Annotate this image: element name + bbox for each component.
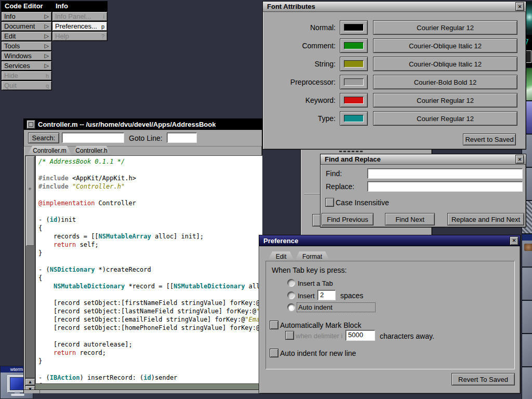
main-menu-items: Info▷Document▷Edit▷Tools▷Windows▷Service… — [2, 12, 51, 90]
font-select-button-normal[interactable]: Courier Regular 12 — [373, 20, 517, 35]
spaces-count-field[interactable]: 2 — [317, 290, 336, 300]
replace-label: Replace: — [326, 182, 354, 191]
code-line: records = [[NSMutableArray alloc] init]; — [38, 232, 262, 241]
menu-item-info[interactable]: Info▷ — [2, 12, 51, 21]
color-swatch — [344, 42, 364, 49]
menu-item-label: Quit — [4, 82, 17, 89]
menu-item-label: Edit — [4, 32, 16, 40]
code-line: [record setObject:[homePhoneField string… — [38, 324, 262, 332]
dock-tile-app[interactable] — [522, 234, 532, 267]
dock-tile-gray[interactable] — [522, 367, 532, 399]
submenu-arrow-icon: ▷ — [45, 43, 49, 49]
replace-and-find-next-button[interactable]: Replace and Find Next — [447, 213, 524, 225]
main-menu-title: Code Editor — [2, 2, 51, 11]
tab-controller-m[interactable]: Controller.m — [28, 146, 72, 155]
scroll-up-button[interactable]: ▲ — [25, 378, 35, 385]
vertical-scrollbar[interactable] — [25, 155, 35, 378]
code-area[interactable]: /* AddressBook 0.1.1 */#include <AppKit/… — [35, 155, 262, 384]
search-input[interactable] — [62, 132, 124, 143]
goto-line-input[interactable] — [167, 132, 197, 143]
when-delimiter-checkbox[interactable] — [285, 331, 294, 340]
code-line: return self; — [38, 241, 262, 249]
font-attr-label: Type: — [263, 111, 336, 126]
preference-titlebar[interactable]: Preference ✕ — [259, 235, 520, 246]
dock-tile-gray[interactable] — [522, 334, 532, 367]
find-replace-window: Find and Replace ✕ Find: Replace: Case I… — [320, 154, 526, 228]
menu-item-label: Hide — [4, 72, 18, 79]
code-line: /* AddressBook 0.1.1 */ — [38, 157, 262, 166]
close-icon[interactable]: ✕ — [515, 2, 524, 11]
font-select-button-string[interactable]: Courier-Oblique Italic 12 — [373, 57, 517, 71]
color-swatch-button-string[interactable] — [340, 57, 368, 71]
font-attr-row: Preprocessor:Courier-Bold Bold 12 — [263, 75, 526, 89]
dock-tile-gray[interactable] — [522, 300, 532, 334]
font-attributes-titlebar[interactable]: Font Attributes ✕ — [263, 2, 526, 12]
menu-item-quit[interactable]: Quitq — [2, 81, 51, 90]
miniaturize-button[interactable] — [26, 120, 35, 129]
menu-item-help[interactable]: Help? — [52, 32, 107, 41]
tab-key-heading: When Tab key is press: — [272, 266, 347, 274]
menu-item-windows[interactable]: Windows▷ — [2, 51, 51, 60]
menu-item-hide[interactable]: Hideh — [2, 71, 51, 80]
find-replace-titlebar[interactable]: Find and Replace ✕ — [321, 154, 526, 165]
editor-window: Controller.m -- /usr/home/dvu/devel/Apps… — [23, 118, 262, 393]
find-previous-button[interactable]: Find Previous — [322, 213, 374, 225]
find-input[interactable] — [367, 168, 523, 179]
menu-accelerator: i — [103, 14, 104, 20]
tab-controller-h[interactable]: Controller.h — [72, 146, 111, 155]
submenu-items: Info Panel...iPreferences...pHelp? — [52, 12, 107, 41]
find-next-button[interactable]: Find Next — [385, 213, 435, 225]
menu-item-label: Help — [55, 32, 69, 40]
menu-item-preferences[interactable]: Preferences...p — [52, 22, 107, 31]
tab-format[interactable]: Format — [295, 251, 330, 261]
font-select-button-comment[interactable]: Courier-Oblique Italic 12 — [373, 38, 517, 53]
submenu-arrow-icon: ▷ — [45, 33, 49, 39]
font-select-button-type[interactable]: Courier Regular 12 — [373, 111, 517, 126]
resize-handle-left[interactable] — [24, 390, 40, 393]
window-resize-bar[interactable] — [24, 390, 262, 393]
color-swatch — [344, 115, 364, 122]
color-swatch — [344, 60, 364, 68]
color-swatch-button-normal[interactable] — [340, 20, 368, 35]
radio-insert-spaces[interactable] — [287, 291, 295, 299]
case-insensitive-checkbox[interactable] — [325, 198, 334, 207]
menu-item-info-panel[interactable]: Info Panel...i — [52, 12, 107, 21]
menu-item-services[interactable]: Services▷ — [2, 61, 51, 70]
search-button[interactable]: Search: — [28, 132, 59, 143]
close-icon[interactable]: ✕ — [515, 155, 524, 164]
color-swatch-button-keyword[interactable] — [340, 93, 368, 108]
auto-mark-block-checkbox[interactable] — [270, 321, 278, 329]
revert-to-saved-button[interactable]: Revert to Saved — [463, 134, 516, 145]
scrollbar-thumb[interactable] — [26, 156, 34, 246]
replace-input[interactable] — [367, 181, 523, 192]
font-attr-row: Type:Courier Regular 12 — [263, 111, 526, 126]
find-label: Find: — [326, 169, 342, 178]
font-attributes-title: Font Attributes — [264, 3, 315, 10]
font-attr-label: Normal: — [263, 20, 336, 35]
code-line: - (id)init — [38, 216, 262, 224]
font-select-button-preprocessor[interactable]: Courier-Bold Bold 12 — [373, 75, 517, 89]
menu-item-document[interactable]: Document▷ — [2, 22, 51, 31]
code-line: { — [38, 224, 262, 232]
radio-insert-a-tab[interactable] — [287, 279, 295, 287]
when-delimiter-label: when delimiter i — [296, 332, 342, 340]
code-line — [38, 290, 262, 299]
code-line — [38, 166, 262, 174]
radio-auto-indent[interactable] — [287, 303, 295, 311]
revert-to-saved-button[interactable]: Revert To Saved — [451, 373, 515, 385]
menu-item-label: Info — [4, 12, 16, 20]
editor-titlebar[interactable]: Controller.m -- /usr/home/dvu/devel/Apps… — [24, 119, 262, 130]
dock-tile-gray[interactable] — [522, 267, 532, 300]
font-select-button-keyword[interactable]: Courier Regular 12 — [373, 93, 517, 108]
menu-item-tools[interactable]: Tools▷ — [2, 42, 51, 50]
goto-line-label: Goto Line: — [129, 134, 163, 142]
tab-edit[interactable]: Edit — [268, 251, 295, 261]
delimiter-count-field[interactable]: 5000 — [345, 330, 375, 341]
color-swatch-button-type[interactable] — [340, 111, 368, 126]
close-icon[interactable]: ✕ — [510, 236, 518, 245]
font-attr-row: Comment:Courier-Oblique Italic 12 — [263, 38, 526, 53]
auto-indent-newline-checkbox[interactable] — [270, 349, 278, 357]
color-swatch-button-preprocessor[interactable] — [340, 75, 368, 89]
menu-item-edit[interactable]: Edit▷ — [2, 32, 51, 41]
color-swatch-button-comment[interactable] — [340, 38, 368, 53]
